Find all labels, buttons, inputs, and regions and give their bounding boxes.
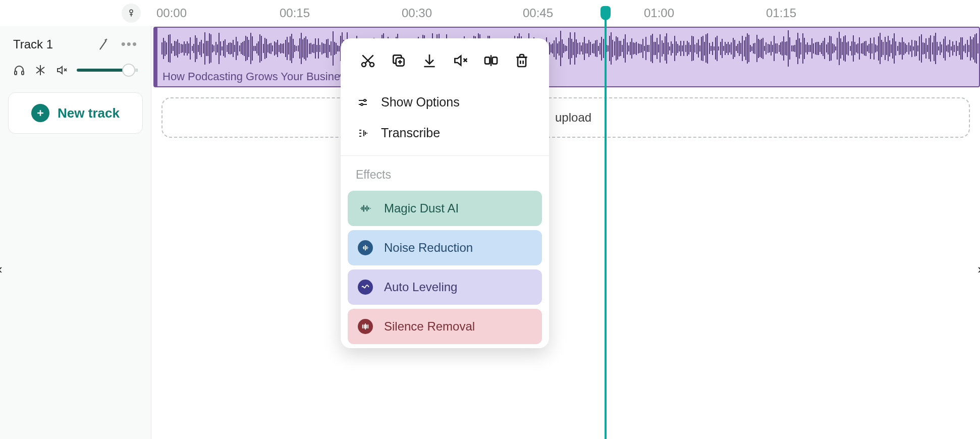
mute-icon[interactable]	[56, 64, 68, 76]
rename-icon[interactable]	[481, 50, 501, 71]
track-sidebar: Track 1 •••	[0, 26, 151, 439]
more-icon[interactable]: •••	[121, 36, 138, 52]
playhead[interactable]	[605, 0, 607, 439]
menu-item-label: Show Options	[381, 95, 460, 109]
effect-label: Silence Removal	[384, 319, 475, 334]
playhead-line	[605, 12, 607, 439]
headphones-icon[interactable]	[13, 64, 25, 76]
silence-removal-icon	[358, 319, 373, 334]
volume-slider-thumb[interactable]	[122, 64, 135, 77]
waveform	[161, 31, 975, 66]
menu-transcribe[interactable]: Transcribe	[341, 118, 549, 148]
cut-icon[interactable]	[358, 50, 378, 71]
svg-rect-6	[485, 57, 489, 64]
volume-slider[interactable]	[77, 69, 138, 72]
sliders-icon	[356, 96, 370, 108]
effects-section-label: Effects	[341, 160, 549, 187]
new-track-button[interactable]: New track	[8, 92, 143, 134]
effect-label: Noise Reduction	[384, 241, 473, 255]
menu-toolbar	[341, 38, 549, 81]
time-tick: 00:00	[156, 6, 187, 20]
new-track-label: New track	[58, 105, 120, 121]
effect-magic-dust[interactable]: Magic Dust AI	[348, 191, 542, 226]
download-icon[interactable]	[419, 50, 440, 71]
effect-silence-removal[interactable]: Silence Removal	[348, 309, 542, 344]
audio-clip[interactable]: How Podcasting Grows Your Business • • •	[153, 27, 980, 87]
svg-point-0	[130, 10, 133, 13]
collapse-left-icon[interactable]: ‹	[0, 261, 3, 277]
menu-divider	[341, 155, 549, 156]
snap-pin-button[interactable]	[122, 4, 141, 23]
mute-clip-icon[interactable]	[450, 50, 470, 71]
timeline-ruler[interactable]: 00:00 00:15 00:30 00:45 01:00 01:15	[0, 0, 980, 26]
track-row: Track 1 •••	[0, 26, 151, 81]
svg-point-10	[361, 103, 363, 105]
plus-icon	[31, 104, 49, 122]
time-tick: 00:45	[523, 6, 553, 20]
noise-reduction-icon	[358, 240, 373, 255]
effect-label: Auto Leveling	[384, 280, 457, 294]
time-tick: 01:15	[766, 6, 796, 20]
timeline-area[interactable]: How Podcasting Grows Your Business • • •…	[151, 26, 980, 439]
upload-dropzone[interactable]: upload	[161, 97, 970, 138]
auto-leveling-icon	[358, 280, 373, 295]
svg-point-4	[370, 63, 374, 67]
snowflake-icon[interactable]	[34, 64, 46, 76]
effect-auto-leveling[interactable]: Auto Leveling	[348, 269, 542, 305]
svg-rect-7	[493, 57, 497, 64]
collapse-right-icon[interactable]: ›	[977, 261, 980, 277]
effect-label: Magic Dust AI	[384, 201, 459, 215]
magic-wand-icon[interactable]	[96, 36, 111, 51]
track-name: Track 1	[13, 37, 53, 51]
time-tick: 00:30	[402, 6, 432, 20]
time-tick: 01:00	[644, 6, 674, 20]
clip-title: How Podcasting Grows Your Business	[162, 70, 351, 83]
time-ticks: 00:00 00:15 00:30 00:45 01:00 01:15	[156, 0, 980, 26]
dropzone-upload-text: upload	[555, 111, 591, 125]
magic-dust-icon	[358, 201, 373, 216]
menu-show-options[interactable]: Show Options	[341, 87, 549, 118]
delete-icon[interactable]	[512, 50, 532, 71]
time-tick: 00:15	[280, 6, 310, 20]
clip-context-menu: Show Options Transcribe Effects Magic Du…	[341, 38, 549, 348]
transcribe-icon	[356, 127, 370, 139]
menu-item-label: Transcribe	[381, 126, 440, 140]
effect-noise-reduction[interactable]: Noise Reduction	[348, 230, 542, 265]
svg-rect-2	[22, 71, 24, 75]
svg-point-3	[362, 63, 366, 67]
svg-point-9	[364, 99, 366, 101]
svg-rect-1	[15, 71, 17, 75]
svg-rect-8	[518, 57, 526, 67]
duplicate-icon[interactable]	[389, 50, 409, 71]
